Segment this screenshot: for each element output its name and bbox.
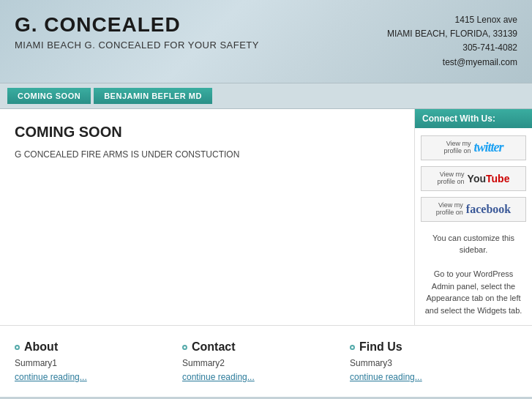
- address-line1: 1415 Lenox ave: [387, 13, 517, 27]
- footer-col-about: About Summary1 continue reading...: [15, 340, 182, 382]
- facebook-label: View my profile on: [436, 202, 463, 217]
- footer-col-contact: Contact Summary2 continue reading...: [182, 340, 350, 382]
- footer-dot-findus: [350, 345, 355, 350]
- footer-contact-heading: Contact: [182, 340, 335, 354]
- footer-about-heading: About: [15, 340, 168, 354]
- tab-benjamin-befler[interactable]: BENJAMIN BEFLER MD: [94, 88, 212, 104]
- sidebar-note: You can customize this sidebar. Go to yo…: [421, 228, 526, 318]
- email: test@myemail.com: [387, 56, 517, 70]
- navigation: COMING SOON BENJAMIN BEFLER MD: [0, 83, 532, 109]
- main-area: COMING SOON G CONCEALED FIRE ARMS IS UND…: [0, 109, 532, 326]
- address-line2: MIAMI BEACH, FLORIDA, 33139: [387, 27, 517, 41]
- youtube-label: View my profile on: [438, 171, 465, 186]
- sidebar: Connect With Us: View my profile on twit…: [415, 109, 532, 326]
- footer-contact-link[interactable]: continue reading...: [182, 372, 255, 382]
- youtube-icon: YouTube: [468, 173, 510, 184]
- header-contact: 1415 Lenox ave MIAMI BEACH, FLORIDA, 331…: [387, 13, 517, 70]
- header-branding: G. CONCEALED MIAMI BEACH G. CONCEALED FO…: [15, 13, 259, 51]
- youtube-button[interactable]: View my profile on YouTube: [421, 166, 526, 191]
- site-header: G. CONCEALED MIAMI BEACH G. CONCEALED FO…: [0, 0, 532, 83]
- tab-coming-soon[interactable]: COMING SOON: [7, 88, 91, 104]
- twitter-icon: twitter: [474, 140, 503, 155]
- phone: 305-741-4082: [387, 41, 517, 55]
- content-body: G CONCEALED FIRE ARMS IS UNDER CONSTUCTI…: [15, 149, 400, 160]
- footer-findus-heading: Find Us: [350, 340, 503, 354]
- site-title: G. CONCEALED: [15, 13, 259, 37]
- sidebar-inner: View my profile on twitter View my profi…: [415, 128, 532, 326]
- twitter-button[interactable]: View my profile on twitter: [421, 135, 526, 160]
- footer-columns: About Summary1 continue reading... Conta…: [0, 325, 532, 397]
- footer-dot-about: [15, 345, 20, 350]
- footer-contact-summary: Summary2: [182, 358, 335, 368]
- footer-about-summary: Summary1: [15, 358, 168, 368]
- twitter-label: View my profile on: [443, 141, 471, 155]
- footer-findus-link[interactable]: continue reading...: [350, 372, 422, 382]
- footer-about-link[interactable]: continue reading...: [15, 372, 87, 382]
- content-heading: COMING SOON: [15, 124, 400, 141]
- site-tagline: MIAMI BEACH G. CONCEALED FOR YOUR SAFETY: [15, 40, 259, 51]
- footer-dot-contact: [182, 345, 187, 350]
- footer-col-findus: Find Us Summary3 continue reading...: [350, 340, 517, 382]
- footer-findus-summary: Summary3: [350, 358, 503, 368]
- sidebar-title: Connect With Us:: [415, 109, 532, 128]
- facebook-button[interactable]: View my profile on facebook: [421, 197, 526, 222]
- facebook-icon: facebook: [466, 203, 511, 216]
- main-content: COMING SOON G CONCEALED FIRE ARMS IS UND…: [0, 109, 415, 326]
